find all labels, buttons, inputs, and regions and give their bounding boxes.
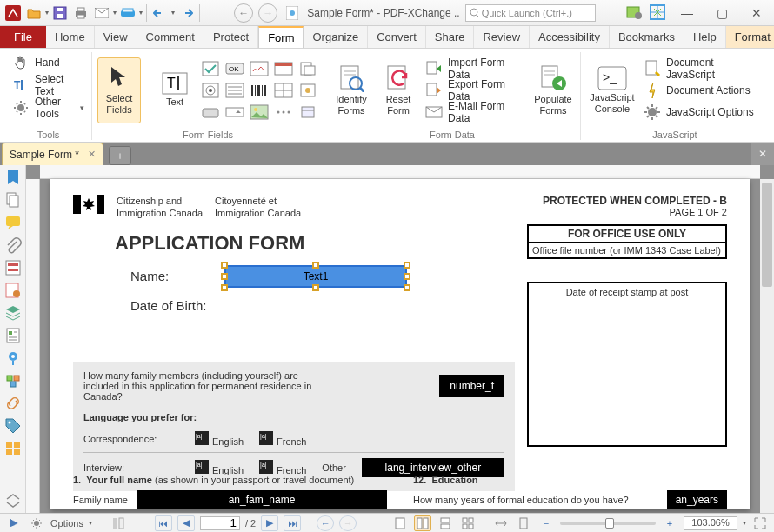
corr-french-check[interactable] (259, 431, 273, 445)
tab-bookmarks[interactable]: Bookmarks (610, 26, 684, 48)
family-name-field[interactable]: an_fam_name (137, 490, 387, 509)
addon1-icon[interactable] (626, 3, 645, 23)
layout3-icon[interactable] (437, 515, 454, 531)
int-french-check[interactable] (259, 460, 273, 474)
print-icon[interactable] (71, 3, 90, 23)
tags-icon[interactable] (4, 417, 22, 435)
form-misc1-icon[interactable] (297, 58, 318, 79)
addon2-icon[interactable] (649, 3, 668, 23)
tab-view[interactable]: View (95, 26, 137, 48)
comments-icon[interactable] (4, 214, 22, 231)
zoom-value[interactable]: 103.06% (684, 516, 737, 530)
reset-form-button[interactable]: Reset Form (377, 57, 420, 123)
close-all-tabs-icon[interactable]: ✕ (751, 143, 774, 165)
js-console-button[interactable]: >_ JavaScript Console (586, 57, 638, 123)
number-field[interactable]: number_f (439, 375, 504, 397)
populate-forms-button[interactable]: Populate Forms (531, 57, 575, 123)
tab-share[interactable]: Share (426, 26, 475, 48)
next-page-icon[interactable]: ▶ (261, 515, 278, 531)
order-icon[interactable] (4, 440, 22, 457)
nav-back-icon[interactable]: ← (234, 3, 253, 23)
options-label[interactable]: Options (50, 518, 83, 529)
last-page-icon[interactable]: ⏭ (284, 515, 301, 531)
import-form-data[interactable]: Import Form Data (424, 58, 528, 79)
corr-english-check[interactable] (195, 431, 209, 445)
radio-field-icon[interactable] (200, 80, 221, 101)
3d-icon[interactable] (4, 372, 22, 389)
fields-panel-icon[interactable] (4, 259, 22, 276)
attach-icon[interactable] (4, 236, 22, 254)
panel-options-icon[interactable] (4, 492, 22, 509)
hand-tool[interactable]: Hand (10, 52, 62, 73)
barcode-field-icon[interactable] (249, 80, 270, 101)
zoom-slider[interactable] (560, 522, 656, 525)
dropdown-field-icon[interactable] (224, 102, 245, 123)
ok-button-field-icon[interactable]: OK (224, 58, 245, 79)
file-tab[interactable]: File (0, 26, 46, 48)
mail-icon[interactable] (92, 3, 111, 23)
document-tab[interactable]: Sample Form * ✕ (2, 143, 103, 165)
form-misc2-icon[interactable] (297, 80, 318, 101)
image-field-icon[interactable] (249, 102, 270, 123)
redo-icon[interactable] (177, 3, 196, 23)
layout1-icon[interactable] (391, 515, 409, 531)
tab-help[interactable]: Help (684, 26, 726, 48)
signatures-panel-icon[interactable] (4, 282, 22, 299)
select-fields-button[interactable]: Select Fields (97, 57, 141, 123)
undo-icon[interactable] (150, 3, 170, 23)
nav-fwd-icon[interactable]: → (258, 3, 277, 23)
tab-format[interactable]: Format (726, 26, 774, 48)
nav-fwd-status-icon[interactable]: → (339, 515, 357, 531)
button-field-icon[interactable] (200, 102, 221, 123)
checkbox-field-icon[interactable] (200, 58, 221, 79)
more-fields-icon[interactable] (273, 102, 294, 123)
years-field[interactable]: an_years (667, 490, 727, 509)
fit-page-icon[interactable] (515, 515, 532, 531)
tab-accessibility[interactable]: Accessibility (530, 26, 610, 48)
email-form-data[interactable]: E-Mail Form Data (424, 102, 528, 123)
list-field-icon[interactable] (224, 80, 245, 101)
tab-organize[interactable]: Organize (304, 26, 368, 48)
scan-icon[interactable] (118, 3, 137, 23)
maximize-button[interactable]: ▢ (704, 0, 739, 26)
fit-width-icon[interactable] (492, 515, 510, 531)
select-text-tool[interactable]: TSelect Text (10, 75, 86, 96)
new-tab-button[interactable]: ＋ (109, 146, 131, 165)
export-form-data[interactable]: Export Form Data (424, 80, 528, 101)
prev-page-icon[interactable]: ◀ (177, 515, 195, 531)
signature-field-icon[interactable] (249, 58, 270, 79)
status-expand-icon[interactable]: ⯈ (5, 515, 23, 531)
zoom-in-icon[interactable]: + (661, 515, 678, 531)
close-tab-icon[interactable]: ✕ (88, 149, 96, 160)
first-page-icon[interactable]: ⏮ (155, 515, 172, 531)
document-javascript[interactable]: Document JavaScript (642, 58, 764, 79)
layout2-icon[interactable] (414, 515, 431, 531)
open-icon[interactable] (24, 3, 43, 23)
minimize-button[interactable]: — (670, 0, 704, 26)
close-button[interactable]: ✕ (739, 0, 774, 26)
tab-convert[interactable]: Convert (368, 26, 426, 48)
other-tools[interactable]: Other Tools ▾ (10, 97, 86, 118)
tab-review[interactable]: Review (474, 26, 530, 48)
selected-text-field[interactable]: Text1 (224, 265, 407, 288)
form-misc3-icon[interactable] (297, 102, 318, 123)
scrollbar-vertical[interactable] (760, 179, 774, 513)
layout4-icon[interactable] (459, 515, 477, 531)
links-icon[interactable] (4, 395, 22, 412)
grid-field-icon[interactable] (273, 80, 294, 101)
status-layout-icon[interactable] (110, 515, 127, 531)
fullscreen-icon[interactable] (751, 515, 769, 531)
layers-icon[interactable] (4, 304, 22, 322)
bookmark-icon[interactable] (4, 169, 22, 186)
page-input[interactable] (200, 516, 240, 530)
status-gear-icon[interactable] (28, 515, 45, 531)
zoom-out-icon[interactable]: − (537, 515, 555, 531)
document-actions[interactable]: Document Actions (642, 80, 764, 101)
tab-comment[interactable]: Comment (137, 26, 204, 48)
tab-home[interactable]: Home (46, 26, 95, 48)
tab-form[interactable]: Form (258, 26, 304, 48)
nav-back-status-icon[interactable]: ← (317, 515, 334, 531)
identify-forms-button[interactable]: Identify Forms (330, 57, 373, 123)
tab-protect[interactable]: Protect (204, 26, 258, 48)
date-field-icon[interactable] (273, 58, 294, 79)
